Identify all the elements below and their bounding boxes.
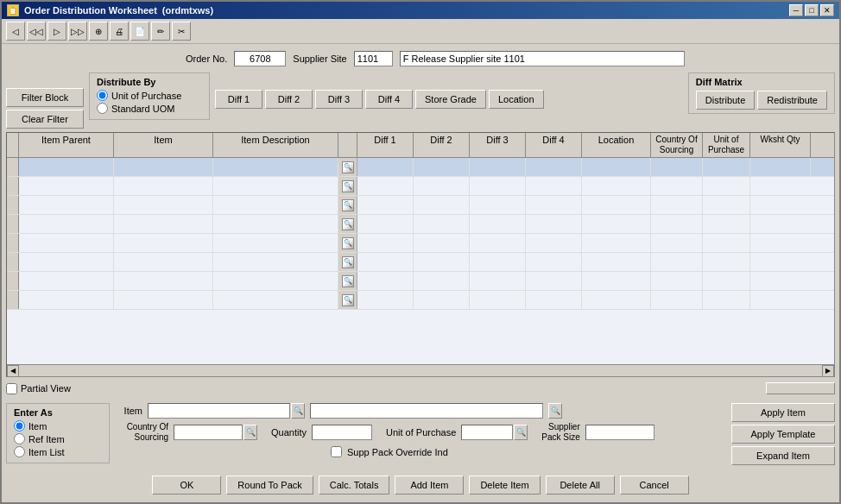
grid-row-4[interactable]: 🔍 xyxy=(7,215,834,234)
scroll-handle[interactable] xyxy=(766,382,835,394)
country-lookup-btn[interactable]: 🔍 xyxy=(243,425,257,440)
cell-6-icon[interactable]: 🔍 xyxy=(338,253,357,271)
add-item-button[interactable]: Add Item xyxy=(395,476,464,495)
cell-7-icon[interactable]: 🔍 xyxy=(338,272,357,290)
scroll-right-btn[interactable]: ▶ xyxy=(822,365,834,377)
apply-item-button[interactable]: Apply Item xyxy=(731,403,835,422)
radio-item-input[interactable] xyxy=(14,420,25,432)
order-no-input[interactable] xyxy=(234,51,286,66)
cell-8-icon[interactable]: 🔍 xyxy=(338,291,357,309)
radio-item-list-input[interactable] xyxy=(14,446,25,457)
diff2-button[interactable]: Diff 2 xyxy=(265,90,313,109)
partial-view-checkbox[interactable] xyxy=(6,383,17,394)
toolbar-btn-5[interactable]: ⊕ xyxy=(89,22,108,41)
toolbar-btn-2[interactable]: ◁◁ xyxy=(27,22,46,41)
supplier-pack-size-input[interactable] xyxy=(585,425,654,440)
calc-totals-button[interactable]: Calc. Totals xyxy=(319,476,390,495)
radio-standard-uom-input[interactable] xyxy=(97,103,108,114)
radio-item-list-label: Item List xyxy=(28,447,65,457)
toolbar-btn-3[interactable]: ▷ xyxy=(47,22,66,41)
grid-icon-5[interactable]: 🔍 xyxy=(342,237,354,249)
cancel-button[interactable]: Cancel xyxy=(620,476,689,495)
item-desc-lookup-btn[interactable]: 🔍 xyxy=(548,403,562,419)
diff3-button[interactable]: Diff 3 xyxy=(315,90,363,109)
grid-icon-3[interactable]: 🔍 xyxy=(342,199,354,211)
uop-lookup-btn[interactable]: 🔍 xyxy=(514,425,528,440)
window-title: Order Distribution Worksheet xyxy=(24,5,157,16)
grid-icon-6[interactable]: 🔍 xyxy=(342,256,354,268)
quantity-input[interactable] xyxy=(312,425,372,440)
cell-1-wksht xyxy=(750,158,811,176)
grid-row-5[interactable]: 🔍 xyxy=(7,234,834,253)
title-bar-controls: ─ □ ✕ xyxy=(789,4,834,16)
cell-1-item-parent xyxy=(19,158,114,176)
radio-item-list: Item List xyxy=(14,446,102,457)
col-header-item: Item xyxy=(114,133,213,157)
toolbar-btn-4[interactable]: ▷▷ xyxy=(68,22,87,41)
scroll-left-btn[interactable]: ◀ xyxy=(7,365,19,377)
store-grade-button[interactable]: Store Grade xyxy=(415,90,486,109)
diff4-button[interactable]: Diff 4 xyxy=(365,90,413,109)
cell-5-icon[interactable]: 🔍 xyxy=(338,234,357,252)
redistribute-button[interactable]: Redistribute xyxy=(757,91,827,110)
round-to-pack-button[interactable]: Round To Pack xyxy=(226,476,313,495)
radio-unit-purchase-input[interactable] xyxy=(97,90,108,101)
item-input[interactable] xyxy=(148,403,290,419)
maximize-button[interactable]: □ xyxy=(805,4,819,16)
grid-row-7[interactable]: 🔍 xyxy=(7,272,834,291)
cell-2-icon[interactable]: 🔍 xyxy=(338,177,357,195)
toolbar-btn-7[interactable]: 📄 xyxy=(130,22,149,41)
col-header-icon xyxy=(338,133,357,157)
toolbar-btn-8[interactable]: ✏ xyxy=(151,22,170,41)
delete-all-button[interactable]: Delete All xyxy=(546,476,615,495)
radio-ref-item-input[interactable] xyxy=(14,433,25,444)
cell-1-country xyxy=(651,158,703,176)
apply-template-button[interactable]: Apply Template xyxy=(731,425,835,444)
supplier-pack-size-label: SupplierPack Size xyxy=(541,422,579,443)
grid-row-8[interactable]: 🔍 xyxy=(7,291,834,310)
grid-row-3[interactable]: 🔍 xyxy=(7,196,834,215)
country-input-group: 🔍 xyxy=(174,425,257,440)
grid-row-1[interactable]: 🔍 xyxy=(7,158,834,177)
toolbar-btn-1[interactable]: ◁ xyxy=(6,22,25,41)
expand-item-button[interactable]: Expand Item xyxy=(731,446,835,465)
toolbar-btn-6[interactable]: 🖨 xyxy=(110,22,129,41)
ok-button[interactable]: OK xyxy=(152,476,221,495)
diff-buttons-group: Diff 1 Diff 2 Diff 3 Diff 4 Store Grade … xyxy=(215,72,683,109)
diff-matrix-buttons: Distribute Redistribute xyxy=(696,91,827,110)
grid-icon-7[interactable]: 🔍 xyxy=(342,275,354,287)
filter-block-button[interactable]: Filter Block xyxy=(6,88,84,107)
toolbar-btn-9[interactable]: ✂ xyxy=(172,22,191,41)
location-button[interactable]: Location xyxy=(489,90,544,109)
minimize-button[interactable]: ─ xyxy=(789,4,803,16)
enter-as-fields: Item 🔍 🔍 Country OfSourcing 🔍 Quan xyxy=(117,403,724,457)
supplier-site-code-input[interactable] xyxy=(354,51,393,66)
cell-1-diff1 xyxy=(357,158,414,176)
grid-icon-2[interactable]: 🔍 xyxy=(342,180,354,192)
diff1-button[interactable]: Diff 1 xyxy=(215,90,262,109)
horizontal-scrollbar[interactable]: ◀ ▶ xyxy=(7,364,834,376)
grid-icon-8[interactable]: 🔍 xyxy=(342,294,354,306)
delete-item-button[interactable]: Delete Item xyxy=(469,476,540,495)
col-header-item-desc: Item Description xyxy=(213,133,338,157)
supplier-site-desc-input[interactable] xyxy=(400,51,685,66)
cell-1-diff2 xyxy=(414,158,470,176)
country-input[interactable] xyxy=(174,425,243,440)
clear-filter-button[interactable]: Clear Filter xyxy=(6,110,84,129)
cell-1-item-desc xyxy=(213,158,338,176)
cell-3-icon[interactable]: 🔍 xyxy=(338,196,357,214)
grid-row-6[interactable]: 🔍 xyxy=(7,253,834,272)
col-header-uop: Unit ofPurchase xyxy=(703,133,750,157)
close-button[interactable]: ✕ xyxy=(820,4,834,16)
uop-input[interactable] xyxy=(461,425,513,440)
item-desc-input[interactable] xyxy=(310,403,543,419)
item-lookup-btn[interactable]: 🔍 xyxy=(291,403,305,419)
cell-1-icon[interactable]: 🔍 xyxy=(338,158,357,176)
cell-4-icon[interactable]: 🔍 xyxy=(338,215,357,233)
grid-row-2[interactable]: 🔍 xyxy=(7,177,834,196)
distribute-button[interactable]: Distribute xyxy=(696,91,755,110)
supp-pack-override-checkbox[interactable] xyxy=(331,446,342,457)
grid-icon-4[interactable]: 🔍 xyxy=(342,218,354,230)
grid-icon-1[interactable]: 🔍 xyxy=(342,161,354,173)
radio-standard-uom-label: Standard UOM xyxy=(111,104,174,114)
